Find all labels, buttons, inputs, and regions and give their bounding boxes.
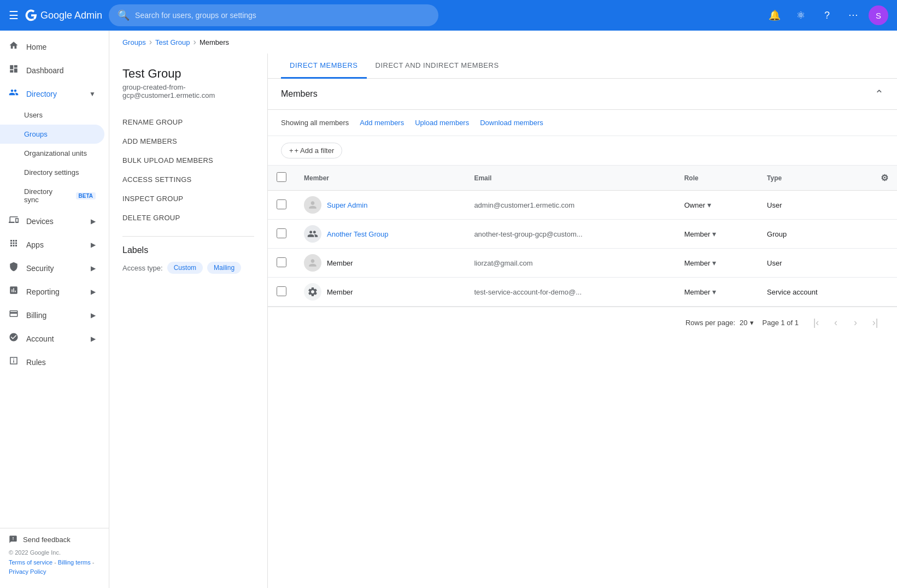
table-header: Member Email Role Type ⚙ bbox=[268, 166, 897, 191]
sidebar-item-billing[interactable]: Billing ▶ bbox=[0, 303, 104, 327]
type-cell-2: User bbox=[758, 249, 872, 278]
table-settings-icon[interactable]: ⚙ bbox=[881, 173, 888, 183]
upload-members-link[interactable]: Upload members bbox=[411, 116, 473, 129]
add-filter-btn[interactable]: + + Add a filter bbox=[281, 143, 342, 158]
notifications-icon[interactable]: 🔔 bbox=[764, 4, 785, 26]
breadcrumb-sep-1: › bbox=[149, 37, 152, 47]
groups-label: Groups bbox=[24, 130, 48, 138]
role-dropdown-3[interactable]: ▾ bbox=[712, 287, 716, 296]
sidebar-item-org-units[interactable]: Organizational units bbox=[0, 144, 104, 163]
dashboard-label: Dashboard bbox=[26, 66, 64, 75]
role-dropdown-0[interactable]: ▾ bbox=[707, 201, 711, 209]
breadcrumb-test-group[interactable]: Test Group bbox=[155, 38, 190, 46]
feedback-label: Send feedback bbox=[23, 536, 71, 544]
devices-label: Devices bbox=[26, 217, 54, 226]
search-bar[interactable]: 🔍 bbox=[109, 4, 438, 26]
divider bbox=[122, 236, 254, 237]
tab-direct-indirect-members[interactable]: DIRECT AND INDIRECT MEMBERS bbox=[367, 54, 508, 79]
page-info: Page 1 of 1 bbox=[763, 319, 799, 327]
label-chips: Access type: Custom Mailing bbox=[122, 262, 254, 274]
row-actions-1 bbox=[872, 220, 897, 249]
search-input[interactable] bbox=[135, 11, 430, 20]
download-members-link[interactable]: Download members bbox=[476, 116, 548, 129]
add-filter-plus-icon: + bbox=[289, 146, 294, 155]
sidebar-item-rules[interactable]: Rules bbox=[0, 350, 104, 374]
sidebar-item-directory[interactable]: Directory ▼ bbox=[0, 82, 104, 105]
rules-icon bbox=[9, 356, 20, 368]
row-actions-0 bbox=[872, 191, 897, 220]
sidebar-item-directory-sync[interactable]: Directory sync BETA bbox=[0, 182, 104, 209]
delete-group-btn[interactable]: DELETE GROUP bbox=[122, 208, 254, 227]
sidebar-item-home[interactable]: Home bbox=[0, 35, 104, 58]
role-dropdown-2[interactable]: ▾ bbox=[712, 258, 716, 267]
user-avatar[interactable]: S bbox=[869, 5, 888, 25]
inspect-group-btn[interactable]: INSPECT GROUP bbox=[122, 189, 254, 208]
sidebar-item-groups[interactable]: Groups bbox=[0, 125, 104, 144]
rename-group-btn[interactable]: RENAME GROUP bbox=[122, 113, 254, 132]
access-settings-btn[interactable]: ACCESS SETTINGS bbox=[122, 170, 254, 189]
menu-icon[interactable]: ☰ bbox=[9, 9, 19, 22]
row-checkbox-0[interactable] bbox=[277, 199, 286, 209]
members-title: Members bbox=[281, 89, 318, 99]
send-feedback-btn[interactable]: Send feedback bbox=[9, 535, 100, 544]
billing-chevron-icon: ▶ bbox=[91, 311, 96, 319]
next-page-btn[interactable]: › bbox=[847, 314, 864, 331]
sidebar-item-directory-settings[interactable]: Directory settings bbox=[0, 163, 104, 182]
page-layout: Home Dashboard Directory ▼ Users Groups … bbox=[0, 31, 897, 588]
rows-per-page-select[interactable]: 20 ▾ bbox=[740, 319, 753, 327]
privacy-link[interactable]: Privacy Policy bbox=[9, 568, 46, 575]
help-icon[interactable]: ? bbox=[816, 4, 838, 26]
email-cell-1: another-test-group-gcp@custom... bbox=[465, 220, 675, 249]
sidebar-item-reporting[interactable]: Reporting ▶ bbox=[0, 280, 104, 303]
row-checkbox-2[interactable] bbox=[277, 257, 286, 267]
dir-settings-label: Directory settings bbox=[24, 168, 79, 177]
member-cell-2: Member bbox=[295, 249, 465, 278]
sidebar-item-devices[interactable]: Devices ▶ bbox=[0, 209, 104, 233]
bulk-upload-btn[interactable]: BULK UPLOAD MEMBERS bbox=[122, 151, 254, 170]
main-content: Groups › Test Group › Members Test Group… bbox=[109, 31, 897, 588]
table-row: Another Test Groupanother-test-group-gcp… bbox=[268, 220, 897, 249]
search-icon: 🔍 bbox=[118, 9, 130, 21]
role-value-2: Member bbox=[684, 259, 711, 267]
org-units-label: Organizational units bbox=[24, 149, 87, 157]
select-all-checkbox[interactable] bbox=[277, 172, 286, 182]
breadcrumb-sep-2: › bbox=[194, 37, 196, 47]
apps-grid-icon[interactable]: ⋅⋅⋅ bbox=[842, 4, 864, 26]
add-members-btn[interactable]: ADD MEMBERS bbox=[122, 132, 254, 151]
apps-icon bbox=[9, 238, 20, 251]
account-label: Account bbox=[26, 334, 54, 343]
billing-icon bbox=[9, 309, 20, 321]
sidebar-item-account[interactable]: Account ▶ bbox=[0, 327, 104, 350]
role-dropdown-1[interactable]: ▾ bbox=[712, 230, 716, 238]
devices-icon bbox=[9, 215, 20, 227]
breadcrumb-groups[interactable]: Groups bbox=[122, 38, 146, 46]
member-name-1[interactable]: Another Test Group bbox=[327, 230, 389, 238]
sidebar-item-apps[interactable]: Apps ▶ bbox=[0, 233, 104, 256]
first-page-btn[interactable]: |‹ bbox=[807, 314, 825, 331]
labels-section: Labels Access type: Custom Mailing bbox=[122, 245, 254, 274]
reporting-icon bbox=[9, 285, 20, 298]
tab-direct-members[interactable]: DIRECT MEMBERS bbox=[281, 54, 367, 79]
breadcrumb: Groups › Test Group › Members bbox=[109, 31, 897, 54]
prev-page-btn[interactable]: ‹ bbox=[827, 314, 845, 331]
table-row: Super Adminadmin@customer1.ermetic.comOw… bbox=[268, 191, 897, 220]
row-checkbox-3[interactable] bbox=[277, 286, 286, 296]
add-members-link[interactable]: Add members bbox=[355, 116, 408, 129]
sidebar-item-security[interactable]: Security ▶ bbox=[0, 256, 104, 280]
support-tool-icon[interactable]: ⚛ bbox=[790, 4, 812, 26]
rows-per-page-value: 20 bbox=[740, 319, 747, 327]
sidebar: Home Dashboard Directory ▼ Users Groups … bbox=[0, 31, 109, 588]
collapse-btn[interactable]: ⌃ bbox=[875, 87, 884, 101]
member-avatar-1 bbox=[304, 225, 321, 243]
home-icon bbox=[9, 40, 20, 53]
sidebar-item-dashboard[interactable]: Dashboard bbox=[0, 58, 104, 82]
billing-terms-link[interactable]: Billing terms bbox=[58, 559, 91, 566]
group-details-panel: Test Group group-created-from-gcp@custom… bbox=[109, 54, 268, 588]
row-checkbox-1[interactable] bbox=[277, 228, 286, 238]
member-name-0[interactable]: Super Admin bbox=[327, 201, 367, 209]
sidebar-item-users[interactable]: Users bbox=[0, 105, 104, 125]
last-page-btn[interactable]: ›| bbox=[866, 314, 884, 331]
member-avatar-3 bbox=[304, 283, 321, 301]
terms-link[interactable]: Terms of service bbox=[9, 559, 52, 566]
account-icon bbox=[9, 332, 20, 345]
